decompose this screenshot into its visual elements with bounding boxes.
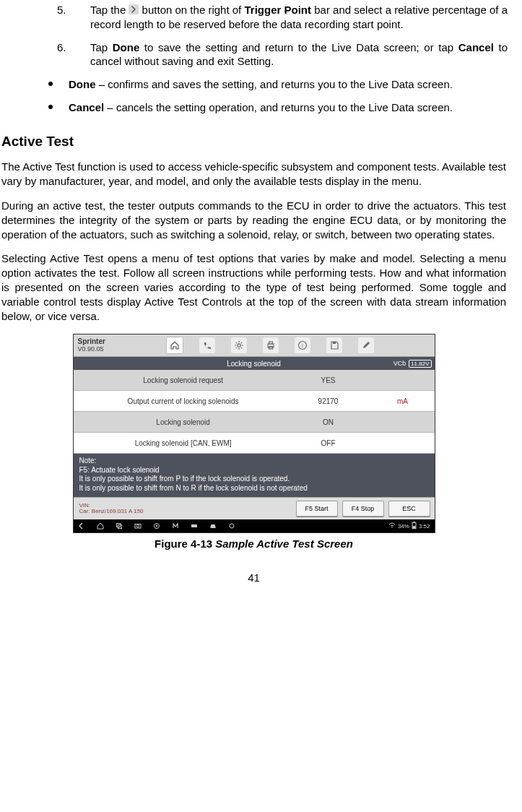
car-icon[interactable] — [209, 522, 217, 530]
svg-line-6 — [235, 342, 236, 343]
help-icon[interactable]: i — [295, 337, 310, 353]
heading-active-test: Active Test — [1, 134, 508, 150]
svg-line-7 — [240, 347, 241, 348]
bullet-dot-icon — [48, 82, 53, 86]
svg-point-19 — [136, 525, 139, 527]
f5-start-button[interactable]: F5 Start — [296, 501, 338, 517]
table-row: Locking solenoid request YES — [74, 370, 435, 391]
system-bar: 34% 3:52 — [74, 519, 435, 532]
home-icon[interactable] — [166, 337, 183, 354]
svg-rect-27 — [412, 526, 415, 528]
chevron-right-icon — [129, 4, 139, 14]
paragraph-1: The Active Test function is used to acce… — [1, 160, 506, 189]
svg-text:i: i — [302, 342, 303, 349]
table-row: Locking solenoid ON — [74, 412, 435, 433]
top-icons: i — [105, 337, 435, 354]
bullet-cancel-label: Cancel — [69, 101, 104, 113]
back-icon[interactable] — [78, 522, 85, 530]
screen-title: Locking solenoid — [74, 360, 435, 368]
step-6-done: Done — [113, 41, 140, 53]
bullet-done: Done – confirms and saves the setting, a… — [69, 77, 508, 92]
vci-label: VCb — [393, 360, 406, 367]
row-value: ON — [286, 418, 371, 426]
screenshot: Sprinter V0.90.05 i Locking — [73, 334, 435, 533]
row-value: 92170 — [286, 397, 371, 405]
note-line-3: It is only possible to shift from P to i… — [79, 475, 429, 484]
step-6-cancel: Cancel — [458, 41, 494, 53]
table-row: Locking solenoid [CAN, EWM] OFF — [74, 433, 435, 454]
svg-rect-15 — [333, 342, 336, 344]
camera-icon[interactable] — [153, 522, 160, 530]
row-name: Output current of locking solenoids — [74, 397, 286, 405]
gear-icon[interactable] — [231, 337, 247, 353]
recent-icon[interactable] — [116, 522, 123, 530]
svg-line-8 — [235, 347, 236, 348]
step-6-text-b: to save the setting and return to the Li… — [139, 41, 458, 53]
note-line-2: F5: Actuate lock solenoid — [79, 466, 429, 475]
step-5-text-a: Tap the — [90, 4, 129, 16]
row-unit: mA — [370, 397, 434, 405]
step-6: 6. Tap Done to save the setting and retu… — [90, 40, 508, 69]
screenshot-top-toolbar: Sprinter V0.90.05 i — [74, 334, 435, 357]
svg-line-9 — [240, 342, 241, 343]
svg-point-1 — [237, 344, 240, 347]
page-number: 41 — [0, 571, 508, 584]
phone-icon[interactable] — [199, 337, 215, 353]
battery-percent: 34% — [398, 523, 409, 530]
bullet-done-text: – confirms and saves the setting, and re… — [96, 78, 453, 90]
step-6-text-a: Tap — [90, 41, 113, 53]
vin-button-bar: VIN: Car: Benz/169.031 A 150 F5 Start F4… — [74, 497, 435, 519]
row-name: Locking solenoid [CAN, EWM] — [74, 439, 286, 447]
app-info: Sprinter V0.90.05 — [74, 337, 105, 354]
clock-time: 3:52 — [419, 523, 430, 530]
svg-rect-22 — [191, 524, 197, 527]
bullet-done-label: Done — [69, 78, 96, 90]
svg-point-23 — [230, 524, 234, 528]
data-rows: Locking solenoid request YES Output curr… — [74, 370, 435, 454]
figure-title: Sample Active Test Screen — [215, 537, 353, 550]
figure-label: Figure 4-13 — [155, 537, 215, 550]
app-m-icon[interactable] — [172, 522, 179, 530]
vehicle-voltage: 11.82V — [409, 360, 431, 368]
step-5-bold: Trigger Point — [244, 4, 311, 16]
bullet-dot-icon — [48, 105, 53, 109]
svg-rect-0 — [129, 4, 139, 14]
tools-icon[interactable] — [228, 522, 235, 530]
wifi-icon — [388, 522, 396, 530]
step-5-text-b: button on the right of — [139, 4, 244, 16]
table-row: Output current of locking solenoids 9217… — [74, 391, 435, 412]
figure-4-13: Sprinter V0.90.05 i Locking — [0, 334, 508, 550]
bullet-cancel: Cancel – cancels the setting operation, … — [69, 100, 508, 115]
battery-icon — [412, 522, 417, 530]
note-box: Note: F5: Actuate lock solenoid It is on… — [74, 454, 435, 497]
step-5-number: 5. — [57, 3, 66, 17]
row-name: Locking solenoid — [74, 418, 286, 426]
paragraph-3: Selecting Active Test opens a menu of te… — [1, 251, 506, 324]
home-nav-icon[interactable] — [97, 522, 104, 530]
screenshot-title-bar: Locking solenoid VCb 11.82V — [74, 357, 435, 370]
row-name: Locking solenoid request — [74, 376, 286, 384]
bullet-cancel-text: – cancels the setting operation, and ret… — [104, 101, 453, 113]
svg-rect-11 — [269, 342, 272, 344]
note-line-4: It is only possible to shift from N to R… — [79, 484, 429, 493]
car-label: Car: Benz/169.031 A 150 — [79, 509, 144, 514]
vin-info: VIN: Car: Benz/169.031 A 150 — [74, 503, 144, 515]
paragraph-2: During an active test, the tester output… — [1, 199, 506, 242]
note-line-1: Note: — [79, 457, 429, 466]
f4-stop-button[interactable]: F4 Stop — [342, 501, 384, 517]
save-icon[interactable] — [326, 337, 342, 353]
step-5: 5. Tap the button on the right of Trigge… — [90, 3, 508, 32]
vci-icon[interactable] — [191, 522, 198, 530]
svg-point-24 — [391, 527, 393, 528]
esc-button[interactable]: ESC — [388, 501, 430, 517]
svg-rect-26 — [413, 522, 414, 523]
step-6-number: 6. — [57, 40, 66, 55]
row-value: YES — [286, 376, 371, 384]
figure-caption: Figure 4-13 Sample Active Test Screen — [0, 537, 508, 550]
screenshot-icon[interactable] — [134, 522, 142, 530]
row-value: OFF — [286, 439, 371, 447]
print-icon[interactable] — [263, 337, 279, 353]
svg-point-21 — [155, 525, 157, 527]
app-version: V0.90.05 — [78, 346, 105, 353]
edit-icon[interactable] — [358, 337, 374, 353]
